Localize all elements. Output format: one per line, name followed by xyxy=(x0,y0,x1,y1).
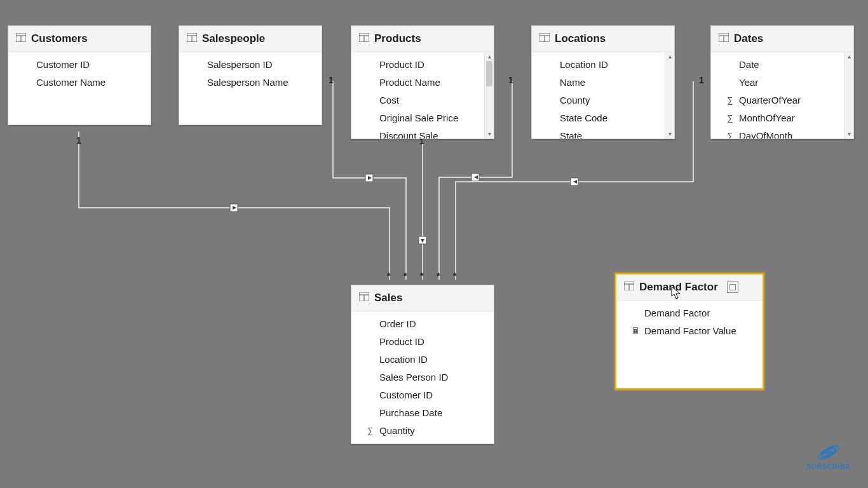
cardinality-one: 1 xyxy=(76,135,81,146)
table-title: Dates xyxy=(734,32,763,45)
field[interactable]: Discount Sale xyxy=(351,127,494,139)
table-body: Salesperson ID Salesperson Name xyxy=(179,52,322,125)
scrollbar[interactable]: ▴ ▾ xyxy=(484,52,494,139)
table-title: Products xyxy=(374,32,421,45)
model-canvas[interactable]: 1 1 1 1 1 * * * * * Customers Customer I… xyxy=(0,0,868,488)
field[interactable]: ∑QuarterOfYear xyxy=(711,92,853,109)
field[interactable]: County xyxy=(532,92,674,109)
field[interactable]: ∑DayOfMonth xyxy=(711,127,853,139)
table-icon xyxy=(624,281,634,294)
cardinality-one: 1 xyxy=(699,75,704,85)
calculator-icon: 🖩 xyxy=(630,325,641,337)
field[interactable]: Order ID xyxy=(351,315,494,333)
scrollbar[interactable]: ▴ ▾ xyxy=(665,52,674,139)
svg-marker-9 xyxy=(573,180,577,184)
table-body: Date Year ∑QuarterOfYear ∑MonthOfYear ∑D… xyxy=(711,52,853,139)
field[interactable]: Salesperson Name xyxy=(179,74,322,92)
table-salespeople[interactable]: Salespeople Salesperson ID Salesperson N… xyxy=(179,25,322,125)
svg-marker-3 xyxy=(368,176,372,180)
scroll-down-icon[interactable]: ▾ xyxy=(844,130,853,139)
table-icon xyxy=(187,32,197,45)
table-title: Demand Factor xyxy=(639,281,718,294)
sigma-icon: ∑ xyxy=(725,112,735,125)
table-title: Sales xyxy=(374,292,402,304)
field[interactable]: Year xyxy=(711,74,853,92)
table-products[interactable]: Products Product ID Product Name Cost Or… xyxy=(351,25,494,139)
field[interactable]: Demand Factor xyxy=(616,304,763,322)
field[interactable]: Date xyxy=(711,56,853,74)
table-header[interactable]: Customers xyxy=(8,26,151,52)
scroll-thumb[interactable] xyxy=(486,61,492,86)
table-title: Locations xyxy=(555,32,606,45)
cardinality-one: 1 xyxy=(508,75,513,85)
field[interactable]: Sales Person ID xyxy=(351,369,494,386)
expand-icon[interactable] xyxy=(727,281,738,293)
table-body: Product ID Product Name Cost Original Sa… xyxy=(351,52,494,139)
field[interactable]: Product ID xyxy=(351,333,494,351)
sigma-icon: ∑ xyxy=(725,130,735,139)
svg-rect-2 xyxy=(365,174,373,182)
scroll-down-icon[interactable]: ▾ xyxy=(485,130,494,139)
field[interactable]: Purchase Date xyxy=(351,404,494,422)
table-icon xyxy=(719,32,729,45)
field[interactable]: Product Name xyxy=(351,74,494,92)
cardinality-many: * xyxy=(453,271,456,281)
field[interactable]: Salesperson ID xyxy=(179,56,322,74)
scroll-up-icon[interactable]: ▴ xyxy=(665,52,674,61)
table-title: Salespeople xyxy=(202,32,265,45)
cardinality-one: 1 xyxy=(329,75,334,85)
cardinality-many: * xyxy=(437,271,440,281)
field[interactable]: Customer ID xyxy=(8,56,151,74)
svg-rect-6 xyxy=(471,173,479,181)
table-dates[interactable]: Dates Date Year ∑QuarterOfYear ∑MonthOfY… xyxy=(710,25,854,139)
cardinality-many: * xyxy=(420,271,423,281)
table-title: Customers xyxy=(31,32,88,45)
field[interactable]: Location ID xyxy=(532,56,674,74)
table-header[interactable]: Dates xyxy=(711,26,853,52)
table-sales[interactable]: Sales Order ID Product ID Location ID Sa… xyxy=(351,285,494,444)
table-body: Location ID Name County State Code State… xyxy=(532,52,674,139)
table-body: Demand Factor 🖩Demand Factor Value xyxy=(616,301,763,388)
table-header[interactable]: Demand Factor xyxy=(616,274,763,301)
cardinality-many: * xyxy=(403,271,407,281)
field[interactable]: Customer Name xyxy=(8,74,151,92)
table-header[interactable]: Locations xyxy=(532,26,674,52)
field[interactable]: Product ID xyxy=(351,56,494,74)
sigma-icon: ∑ xyxy=(365,424,376,437)
scroll-up-icon[interactable]: ▴ xyxy=(844,52,853,61)
subscribe-label: SUBSCRIBE xyxy=(807,463,850,470)
field[interactable]: 🖩Demand Factor Value xyxy=(616,322,763,340)
table-icon xyxy=(16,32,26,45)
field[interactable]: Customer ID xyxy=(351,386,494,404)
svg-marker-5 xyxy=(421,239,424,243)
cardinality-many: * xyxy=(387,271,390,281)
subscribe-watermark: SUBSCRIBE xyxy=(807,443,850,470)
field[interactable]: Name xyxy=(532,74,674,92)
svg-marker-7 xyxy=(474,175,478,179)
table-body: Customer ID Customer Name xyxy=(8,52,151,125)
scroll-up-icon[interactable]: ▴ xyxy=(485,52,494,61)
table-header[interactable]: Sales xyxy=(351,285,494,311)
field[interactable]: ∑Quantity xyxy=(351,422,494,440)
table-locations[interactable]: Locations Location ID Name County State … xyxy=(531,25,675,139)
svg-rect-0 xyxy=(230,204,238,212)
field[interactable]: State xyxy=(532,127,674,139)
sigma-icon: ∑ xyxy=(725,94,735,107)
table-header[interactable]: Products xyxy=(351,26,494,52)
scrollbar[interactable]: ▴ ▾ xyxy=(844,52,853,139)
svg-marker-1 xyxy=(233,206,236,210)
field[interactable]: ∑MonthOfYear xyxy=(711,109,853,127)
table-icon xyxy=(359,292,369,304)
svg-rect-8 xyxy=(571,178,578,186)
field[interactable]: State Code xyxy=(532,109,674,127)
field[interactable]: Original Sale Price xyxy=(351,109,494,127)
field[interactable]: Location ID xyxy=(351,351,494,369)
svg-rect-4 xyxy=(419,236,426,244)
table-icon xyxy=(359,32,369,45)
field[interactable]: Cost xyxy=(351,92,494,109)
table-customers[interactable]: Customers Customer ID Customer Name xyxy=(8,25,151,125)
table-header[interactable]: Salespeople xyxy=(179,26,322,52)
table-icon xyxy=(539,32,550,45)
scroll-down-icon[interactable]: ▾ xyxy=(665,130,674,139)
table-demand-factor[interactable]: Demand Factor Demand Factor 🖩Demand Fact… xyxy=(615,273,764,390)
